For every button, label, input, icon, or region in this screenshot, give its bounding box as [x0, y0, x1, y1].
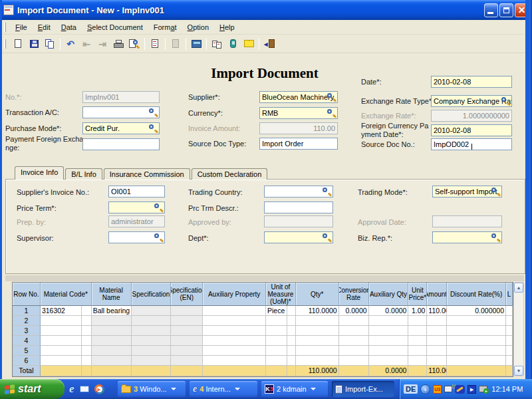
grid-cell-material_name[interactable]	[92, 316, 132, 326]
media-player-icon[interactable]: ▶	[94, 384, 104, 394]
grid-cell-auxiliary_property[interactable]	[203, 326, 266, 336]
lookup-icon[interactable]	[148, 108, 158, 117]
grid-cell-last_partial[interactable]	[506, 346, 513, 356]
grid-cell-uom_btn[interactable]	[287, 316, 296, 326]
grid-cell-auxiliary_qty[interactable]: 0.0000	[369, 306, 409, 316]
grid-cell-amount[interactable]	[427, 346, 447, 356]
u3-icon[interactable]: U3	[433, 385, 442, 394]
price-term-field[interactable]	[108, 201, 165, 213]
grid-cell-auxiliary_qty[interactable]	[369, 336, 409, 346]
grid-cell-specification_en[interactable]	[171, 326, 203, 336]
menu-item-edit[interactable]: Edit	[33, 22, 56, 33]
date-field[interactable]: 2010-02-08	[431, 76, 512, 88]
save-icon[interactable]	[26, 37, 42, 51]
exchange-rate-type-field[interactable]: Company Exchange Rate	[431, 95, 512, 107]
grid-cell-material_name[interactable]	[92, 356, 132, 366]
grid-cell-qty[interactable]	[296, 346, 339, 356]
grid-cell-amount[interactable]: 110.00	[427, 306, 447, 316]
maximize-icon[interactable]	[499, 3, 513, 17]
network-icon[interactable]: ⟩⟩	[444, 386, 452, 392]
grid-cell-specification_en[interactable]	[171, 316, 203, 326]
grid-cell-qty[interactable]	[296, 336, 339, 346]
collapse-chevron-icon[interactable]: ‹	[420, 384, 430, 394]
purchase-mode-field[interactable]: Credit Pur.	[82, 122, 160, 134]
calculator-icon[interactable]	[188, 37, 204, 51]
grid-cell-auxiliary_property[interactable]	[203, 336, 266, 346]
mail-icon[interactable]	[241, 37, 257, 51]
grid-cell-auxiliary_qty[interactable]	[369, 356, 409, 366]
taskbar-button-internet-group[interactable]: e 4 Intern...	[190, 381, 257, 397]
tab-bl-info[interactable]: B/L Info	[65, 168, 102, 180]
grid-cell-amount[interactable]	[427, 316, 447, 326]
grid-cell-conversion_rate[interactable]	[339, 316, 369, 326]
grid-cell-conversion_rate[interactable]	[339, 336, 369, 346]
grid-cell-material_code[interactable]	[41, 326, 82, 336]
grid-cell-material_code[interactable]	[41, 346, 82, 356]
grid-cell-material_name[interactable]: Ball bearing 6	[92, 306, 132, 316]
grid-cell-amount[interactable]	[427, 336, 447, 346]
start-button[interactable]: start	[0, 379, 65, 399]
grid-cell-specification_en[interactable]	[171, 356, 203, 366]
new-document-icon[interactable]	[10, 37, 26, 51]
grid-cell-discount_rate[interactable]: 0.000000	[447, 306, 506, 316]
grid-cell-auxiliary_property[interactable]	[203, 346, 266, 356]
menu-item-option[interactable]: Option	[182, 22, 214, 33]
grid-cell-specification[interactable]	[132, 316, 172, 326]
media-play-icon[interactable]: ▶	[467, 385, 476, 394]
lookup-icon[interactable]	[501, 96, 511, 106]
undo-icon[interactable]: ↶	[63, 37, 78, 51]
grid-cell-auxiliary_property[interactable]	[203, 306, 266, 316]
grid-cell-discount_rate[interactable]	[447, 326, 506, 336]
print-spooler-icon[interactable]: ▸	[479, 386, 487, 392]
grid-cell-uom[interactable]	[266, 336, 287, 346]
grid-cell-specification_en[interactable]	[171, 306, 203, 316]
payment-foreign-exchange-field[interactable]	[82, 138, 160, 150]
grid-cell-material_name[interactable]	[92, 326, 132, 336]
grid-cell-material_code_btn[interactable]	[82, 326, 92, 336]
grid-cell-qty[interactable]	[296, 316, 339, 326]
grid-cell-uom[interactable]	[266, 346, 287, 356]
source-doc-no-field[interactable]: ImpOD002	[431, 138, 512, 150]
taskbar-button-kdmain-group[interactable]: K3 2 kdmain	[261, 381, 328, 397]
grid-cell-uom[interactable]	[266, 316, 287, 326]
grid-cell-uom_btn[interactable]	[287, 326, 296, 336]
lookup-icon[interactable]	[322, 233, 332, 242]
grid-cell-specification[interactable]	[132, 306, 172, 316]
language-indicator[interactable]: DE	[404, 384, 418, 394]
grid-cell-qty[interactable]	[296, 356, 339, 366]
grid-vertical-scrollbar[interactable]: ▲ ▼	[513, 282, 524, 376]
grid-cell-material_code_btn[interactable]	[82, 306, 92, 316]
grid-cell-last_partial[interactable]	[506, 336, 513, 346]
grid-cell-auxiliary_qty[interactable]	[369, 346, 409, 356]
grid-cell-auxiliary_qty[interactable]	[369, 316, 409, 326]
biz-rep-field[interactable]	[432, 231, 502, 243]
grid-cell-amount[interactable]	[427, 326, 447, 336]
grid-cell-unit_price[interactable]	[408, 316, 427, 326]
grid-cell-conversion_rate[interactable]	[339, 356, 369, 366]
lookup-icon[interactable]	[491, 233, 501, 242]
grid-cell-uom[interactable]	[266, 356, 287, 366]
grid-cell-conversion_rate[interactable]	[339, 346, 369, 356]
grid-cell-uom_btn[interactable]	[287, 336, 296, 346]
internet-explorer-icon[interactable]: e	[69, 384, 74, 394]
grid-cell-last_partial[interactable]	[506, 306, 513, 316]
grid-cell-unit_price[interactable]: 1.00	[408, 306, 427, 316]
workflow-icon[interactable]	[209, 37, 225, 51]
grid-cell-unit_price[interactable]	[408, 356, 427, 366]
lookup-icon[interactable]	[154, 233, 164, 242]
grid-cell-unit_price[interactable]	[408, 326, 427, 336]
grid-cell-last_partial[interactable]	[506, 316, 513, 326]
menu-item-help[interactable]: Help	[214, 22, 240, 33]
grid-cell-discount_rate[interactable]	[447, 316, 506, 326]
grid-cell-uom_btn[interactable]	[287, 346, 296, 356]
grid-cell-discount_rate[interactable]	[447, 356, 506, 366]
lookup-icon[interactable]	[327, 108, 336, 118]
grid-cell-material_code[interactable]: 316302	[41, 306, 82, 316]
scroll-up-icon[interactable]: ▲	[514, 283, 523, 293]
power-icon[interactable]	[455, 385, 465, 394]
trading-mode-field[interactable]: Self-support Import	[432, 186, 502, 198]
fc-payment-date-field[interactable]: 2010-02-08	[431, 124, 512, 136]
currency-field[interactable]: RMB	[259, 107, 338, 119]
grid-cell-material_code[interactable]	[41, 356, 82, 366]
grid-cell-material_code_btn[interactable]	[82, 346, 92, 356]
